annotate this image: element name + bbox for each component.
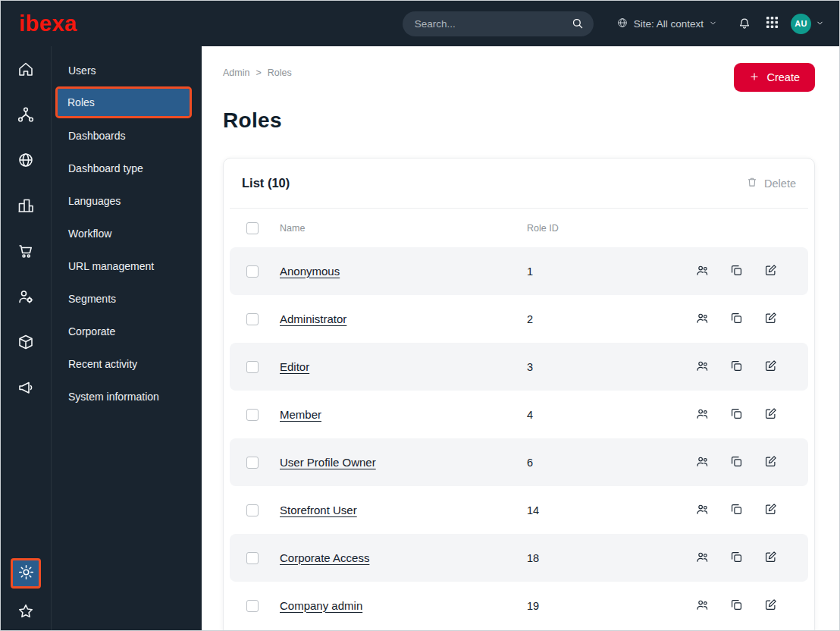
role-id: 4 <box>527 409 533 421</box>
rail-item-bookmarks[interactable] <box>17 602 35 623</box>
row-checkbox[interactable] <box>246 409 259 421</box>
row-checkbox[interactable] <box>246 552 259 564</box>
row-actions <box>695 311 778 328</box>
edit-role-button[interactable] <box>763 550 778 567</box>
list-count-title: List (10) <box>242 176 290 190</box>
assign-users-button[interactable] <box>695 311 710 328</box>
rail-item-sitemap[interactable] <box>17 105 35 126</box>
copy-role-button[interactable] <box>729 502 744 519</box>
role-id: 14 <box>527 504 539 516</box>
table-row: Storefront User 14 <box>230 486 808 534</box>
rail-item-user-settings[interactable] <box>17 287 35 308</box>
search-input[interactable] <box>403 11 594 36</box>
role-name-link[interactable]: User Profile Owner <box>280 456 376 469</box>
role-name-link[interactable]: Company admin <box>280 599 362 612</box>
sidebar-item-system-information[interactable]: System information <box>52 380 202 413</box>
rail-item-cart[interactable] <box>17 242 35 262</box>
copy-icon <box>729 311 744 328</box>
assign-users-button[interactable] <box>695 263 710 280</box>
role-name-link[interactable]: Corporate Access <box>280 551 369 564</box>
assign-users-button[interactable] <box>695 407 710 423</box>
sidebar-item-workflow[interactable]: Workflow <box>52 217 202 250</box>
copy-role-button[interactable] <box>729 263 744 280</box>
edit-role-button[interactable] <box>763 263 778 280</box>
select-all-checkbox[interactable] <box>246 222 259 234</box>
sidebar-item-dashboard-type[interactable]: Dashboard type <box>52 152 202 184</box>
copy-role-button[interactable] <box>729 598 744 614</box>
copy-role-button[interactable] <box>729 550 744 567</box>
role-name-link[interactable]: Administrator <box>280 312 346 325</box>
edit-role-button[interactable] <box>763 359 778 375</box>
sidebar-item-users[interactable]: Users <box>52 54 202 86</box>
edit-icon <box>763 263 778 280</box>
rail-bottom-group <box>11 558 41 623</box>
role-name-link[interactable]: Anonymous <box>280 265 340 278</box>
row-checkbox[interactable] <box>246 361 259 373</box>
row-checkbox[interactable] <box>246 265 259 278</box>
assign-users-button[interactable] <box>695 502 710 519</box>
rail-item-megaphone[interactable] <box>17 378 35 399</box>
table-row: Company admin 19 <box>230 582 808 629</box>
edit-role-button[interactable] <box>763 454 778 471</box>
assign-users-button[interactable] <box>695 359 710 375</box>
sidebar-item-segments[interactable]: Segments <box>52 282 202 315</box>
sidebar-item-recent-activity[interactable]: Recent activity <box>52 347 202 380</box>
assign-users-icon <box>695 407 710 423</box>
rail-item-home[interactable] <box>17 60 35 80</box>
sidebar-item-roles[interactable]: Roles <box>58 89 190 116</box>
delete-button-label: Delete <box>764 177 796 190</box>
notifications-button[interactable] <box>737 15 752 33</box>
search-icon[interactable] <box>571 17 585 33</box>
assign-users-button[interactable] <box>695 550 710 567</box>
copy-icon <box>729 407 744 423</box>
apps-grid-button[interactable] <box>766 16 779 31</box>
role-name-link[interactable]: Storefront User <box>280 504 357 516</box>
user-menu-chevron-icon[interactable] <box>816 17 824 30</box>
row-actions <box>695 454 778 471</box>
global-search <box>403 11 594 36</box>
app-window: ibexa Site: All context <box>0 0 840 631</box>
create-button-label: Create <box>766 71 800 83</box>
copy-role-button[interactable] <box>729 311 744 328</box>
copy-role-button[interactable] <box>729 359 744 375</box>
sidebar-item-dashboards[interactable]: Dashboards <box>52 119 202 152</box>
create-button[interactable]: Create <box>734 63 815 92</box>
role-id: 19 <box>527 600 539 612</box>
role-name-link[interactable]: Editor <box>280 360 309 373</box>
star-icon <box>17 602 35 623</box>
role-id: 18 <box>527 552 539 564</box>
buildings-icon <box>17 196 35 217</box>
site-context-selector[interactable]: Site: All context <box>616 17 717 31</box>
sidebar-item-languages[interactable]: Languages <box>52 184 202 217</box>
row-checkbox[interactable] <box>246 600 259 612</box>
row-checkbox[interactable] <box>246 313 259 325</box>
assign-users-icon <box>695 263 710 280</box>
edit-role-button[interactable] <box>763 407 778 423</box>
edit-role-button[interactable] <box>763 598 778 614</box>
gear-icon <box>17 564 35 583</box>
ibexa-logo[interactable]: ibexa <box>19 13 77 35</box>
sidebar-item-url-management[interactable]: URL management <box>52 250 202 282</box>
row-checkbox[interactable] <box>246 504 259 516</box>
copy-role-button[interactable] <box>729 407 744 423</box>
copy-role-button[interactable] <box>729 454 744 471</box>
rail-item-buildings[interactable] <box>17 196 35 217</box>
plus-icon <box>749 71 760 84</box>
edit-role-button[interactable] <box>763 502 778 519</box>
breadcrumb-roles: Roles <box>268 67 292 78</box>
user-avatar[interactable]: AU <box>791 14 811 34</box>
rail-item-settings[interactable] <box>11 558 41 589</box>
rail-item-package[interactable] <box>17 333 35 353</box>
row-checkbox[interactable] <box>246 457 259 469</box>
rail-item-globe[interactable] <box>17 151 35 171</box>
assign-users-button[interactable] <box>695 454 710 471</box>
row-actions <box>695 598 778 614</box>
breadcrumb-admin[interactable]: Admin <box>223 67 249 78</box>
assign-users-button[interactable] <box>695 598 710 614</box>
delete-button[interactable]: Delete <box>746 176 796 190</box>
edit-icon <box>763 359 778 375</box>
edit-role-button[interactable] <box>763 311 778 328</box>
sidebar-item-corporate[interactable]: Corporate <box>52 315 202 347</box>
role-name-link[interactable]: Member <box>280 408 321 421</box>
bell-icon <box>737 15 752 33</box>
